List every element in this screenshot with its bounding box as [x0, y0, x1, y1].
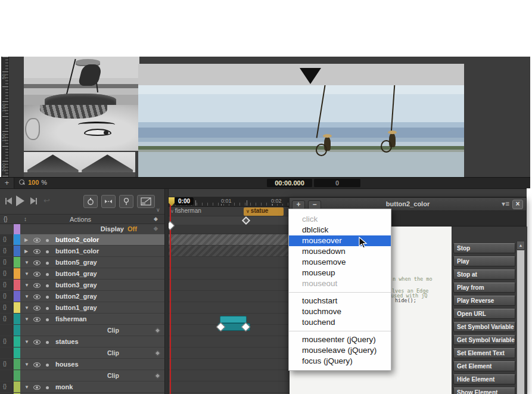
- display-row[interactable]: Display Off ◆: [0, 224, 164, 234]
- eye-icon[interactable]: [33, 306, 41, 311]
- close-icon[interactable]: ×: [512, 200, 523, 209]
- marker-statue[interactable]: ∨statue: [244, 207, 284, 216]
- auto-keyframe-button[interactable]: [83, 195, 98, 208]
- keyframe-diamond-icon[interactable]: [155, 328, 161, 334]
- clip-row[interactable]: Clip: [0, 325, 164, 336]
- eye-icon[interactable]: [33, 385, 41, 390]
- keyframe-diamond-icon[interactable]: ◆: [154, 225, 158, 231]
- dot-icon[interactable]: [46, 341, 49, 344]
- menu-item-mouseleave--jquery-[interactable]: mouseleave (jQuery): [289, 345, 391, 356]
- return-button[interactable]: ↩: [43, 196, 50, 205]
- action-button-play-reverse[interactable]: Play Reverse: [453, 296, 515, 306]
- easing-button[interactable]: [137, 195, 155, 208]
- eye-icon[interactable]: [33, 317, 41, 322]
- layer-row[interactable]: {}▼button4_gray: [0, 268, 164, 280]
- panel-divider[interactable]: [164, 189, 169, 394]
- scrollbar-track[interactable]: [517, 250, 525, 394]
- disclosure-triangle-icon[interactable]: ▼: [24, 362, 29, 367]
- action-button-set-element-text[interactable]: Set Element Text: [453, 348, 515, 358]
- action-button-show-element[interactable]: Show Element: [453, 387, 515, 394]
- disclosure-triangle-icon[interactable]: ▼: [24, 305, 29, 311]
- dot-icon[interactable]: [46, 307, 49, 310]
- layer-row[interactable]: {}▼button5_gray: [0, 257, 164, 268]
- menu-item-touchmove[interactable]: touchmove: [289, 306, 391, 317]
- action-button-get-element[interactable]: Get Element: [453, 361, 515, 371]
- action-button-play[interactable]: Play: [453, 256, 515, 266]
- dot-icon[interactable]: [46, 262, 49, 265]
- pin-button[interactable]: [119, 195, 133, 208]
- tween-bar[interactable]: [220, 316, 247, 323]
- dot-icon[interactable]: [46, 273, 49, 276]
- layer-row[interactable]: {}▶button2_color: [0, 234, 164, 246]
- dot-icon[interactable]: [46, 364, 49, 367]
- layer-row[interactable]: {}▼button3_gray: [0, 280, 164, 291]
- go-to-end-button[interactable]: [30, 197, 37, 204]
- eye-icon[interactable]: [33, 294, 41, 299]
- crosshair-icon[interactable]: +: [0, 178, 14, 188]
- layer-row[interactable]: {}▶button1_color: [0, 246, 164, 257]
- zoom-control[interactable]: 100 %: [19, 179, 47, 186]
- disclosure-triangle-icon[interactable]: ▼: [24, 384, 29, 390]
- disclosure-triangle-icon[interactable]: ▶: [24, 237, 28, 243]
- dot-icon[interactable]: [46, 386, 49, 389]
- eye-icon[interactable]: [33, 238, 41, 243]
- dot-icon[interactable]: [46, 296, 49, 299]
- disclosure-triangle-icon[interactable]: ▼: [24, 260, 29, 265]
- eye-icon[interactable]: [33, 272, 41, 277]
- eye-icon[interactable]: [33, 260, 41, 265]
- eye-icon[interactable]: [33, 249, 41, 254]
- chevron-down-icon[interactable]: ∨: [156, 207, 160, 213]
- braces-icon[interactable]: {}: [4, 216, 8, 222]
- clip-row[interactable]: Clip: [0, 370, 164, 381]
- menu-item-dblclick[interactable]: dblclick: [289, 225, 391, 235]
- menu-item-mouseup[interactable]: mouseup: [289, 268, 391, 278]
- scrollbar[interactable]: ▲: [517, 241, 525, 394]
- menu-item-click[interactable]: click: [289, 214, 391, 225]
- layer-row[interactable]: {}▼button1_gray: [0, 302, 164, 314]
- dot-icon[interactable]: [46, 284, 49, 287]
- dot-icon[interactable]: [46, 239, 49, 242]
- action-button-hide-element[interactable]: Hide Element: [453, 374, 515, 384]
- disclosure-triangle-icon[interactable]: ▼: [24, 271, 29, 277]
- action-button-play-from[interactable]: Play from: [453, 283, 515, 293]
- menu-item-touchend[interactable]: touchend: [289, 317, 391, 328]
- action-button-get-symbol-variable[interactable]: Get Symbol Variable: [453, 335, 515, 345]
- layer-row[interactable]: {}▼statues: [0, 336, 164, 348]
- disclosure-triangle-icon[interactable]: ▼: [24, 294, 29, 299]
- dot-icon[interactable]: [46, 318, 49, 321]
- menu-item-mousedown[interactable]: mousedown: [289, 246, 391, 257]
- stage[interactable]: 50100150200: [1, 57, 530, 177]
- z-order-icon[interactable]: ↕: [24, 216, 27, 222]
- dot-icon[interactable]: [46, 250, 49, 253]
- auto-transition-button[interactable]: [101, 195, 116, 208]
- menu-item-mousemove[interactable]: mousemove: [289, 257, 391, 268]
- disclosure-triangle-icon[interactable]: ▼: [24, 317, 29, 322]
- panel-menu-icon[interactable]: ▾≡: [502, 200, 509, 208]
- keyframe-diamond-icon[interactable]: [155, 373, 161, 379]
- menu-item-mouseout[interactable]: mouseout: [289, 278, 391, 289]
- display-value[interactable]: Off: [127, 225, 137, 232]
- menu-item-mouseover[interactable]: mouseover: [289, 235, 391, 246]
- menu-item-touchstart[interactable]: touchstart: [289, 296, 391, 306]
- marker-fisherman[interactable]: ∨fisherman: [170, 207, 201, 214]
- action-button-open-url[interactable]: Open URL: [453, 309, 515, 319]
- lake-panorama-photo[interactable]: [138, 85, 464, 177]
- action-button-set-symbol-variable[interactable]: Set Symbol Variable: [453, 322, 515, 332]
- disclosure-triangle-icon[interactable]: ▶: [24, 249, 28, 254]
- action-button-stop-at[interactable]: Stop at: [453, 269, 515, 280]
- fisherman-bw-photo[interactable]: [24, 57, 139, 105]
- layer-row[interactable]: {}▼fisherman: [0, 314, 164, 325]
- disclosure-triangle-icon[interactable]: ▼: [24, 283, 29, 288]
- clip-row[interactable]: Clip: [0, 348, 164, 359]
- keyframe-diamond-icon[interactable]: [155, 350, 161, 356]
- layer-row[interactable]: {}▼button2_gray: [0, 291, 164, 302]
- layer-row[interactable]: {}▼monk: [0, 381, 164, 393]
- eye-icon[interactable]: [33, 283, 41, 288]
- play-button[interactable]: [16, 196, 24, 206]
- disclosure-triangle-icon[interactable]: ▼: [24, 339, 29, 345]
- layer-row[interactable]: {}▼houses: [0, 359, 164, 370]
- keyframe-nav-icon[interactable]: ◆: [154, 216, 158, 222]
- menu-item-mouseenter--jquery-[interactable]: mouseenter (jQuery): [289, 334, 391, 345]
- scroll-up-icon[interactable]: ▲: [517, 241, 525, 250]
- statue-photo[interactable]: [24, 105, 139, 151]
